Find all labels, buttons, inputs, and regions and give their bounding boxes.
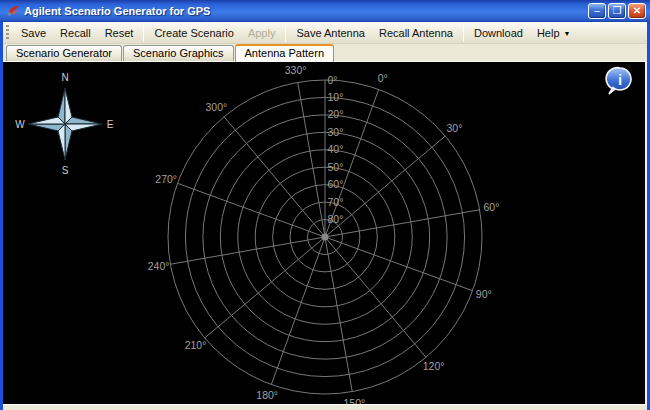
azimuth-label: 330° [285, 64, 307, 76]
azimuth-label: 60° [483, 201, 499, 213]
compass-east-label: E [107, 119, 114, 130]
toolbar-separator [463, 24, 464, 42]
azimuth-spoke [325, 237, 352, 392]
tab-strip: Scenario Generator Scenario Graphics Ant… [3, 44, 647, 61]
toolbar: Save Recall Reset Create Scenario Apply … [3, 22, 647, 44]
help-menu-button[interactable]: Help▼ [530, 24, 578, 42]
elevation-label: 0° [328, 74, 338, 86]
download-button[interactable]: Download [467, 24, 530, 42]
toolbar-grip-icon[interactable] [6, 25, 9, 41]
azimuth-spoke [170, 237, 325, 264]
azimuth-label: 240° [148, 260, 170, 272]
recall-button[interactable]: Recall [53, 24, 98, 42]
elevation-label: 30° [328, 126, 344, 138]
compass-west-label: W [15, 119, 25, 130]
compass-north-label: N [61, 72, 68, 83]
title-bar[interactable]: Agilent Scenario Generator for GPS – ❐ ✕ [0, 0, 650, 22]
toolbar-separator [285, 24, 286, 42]
compass-rose: N S W E [13, 68, 117, 178]
help-label: Help [537, 27, 560, 39]
azimuth-label: 180° [256, 389, 278, 401]
save-antenna-button[interactable]: Save Antenna [289, 24, 372, 42]
azimuth-label: 30° [447, 122, 463, 134]
save-button[interactable]: Save [14, 24, 53, 42]
window-title: Agilent Scenario Generator for GPS [24, 5, 588, 17]
compass-south-label: S [62, 165, 69, 176]
azimuth-label: 150° [343, 397, 365, 404]
elevation-label: 50° [328, 161, 344, 173]
azimuth-label: 210° [185, 339, 207, 351]
recall-antenna-button[interactable]: Recall Antenna [372, 24, 460, 42]
plot-center-dot [322, 234, 329, 241]
tab-scenario-graphics[interactable]: Scenario Graphics [123, 45, 234, 61]
tab-scenario-generator[interactable]: Scenario Generator [6, 45, 122, 61]
elevation-label: 10° [328, 91, 344, 103]
elevation-label: 20° [328, 108, 344, 120]
apply-button: Apply [241, 24, 283, 42]
azimuth-label: 0° [378, 72, 388, 84]
azimuth-label: 120° [423, 360, 445, 372]
azimuth-label: 270° [155, 173, 177, 185]
elevation-label: 40° [328, 143, 344, 155]
create-scenario-button[interactable]: Create Scenario [147, 24, 241, 42]
tab-antenna-pattern[interactable]: Antenna Pattern [235, 44, 335, 62]
antenna-pattern-panel: 0°30°60°90°120°150°180°210°240°270°300°3… [3, 61, 647, 404]
elevation-label: 60° [328, 178, 344, 190]
toolbar-separator [143, 24, 144, 42]
elevation-label: 70° [328, 196, 344, 208]
close-button[interactable]: ✕ [628, 3, 646, 19]
app-window: Agilent Scenario Generator for GPS – ❐ ✕… [0, 0, 650, 410]
elevation-label: 80° [328, 213, 344, 225]
azimuth-label: 300° [206, 101, 228, 113]
info-icon-glyph: i [618, 71, 622, 88]
app-logo-icon [6, 4, 20, 18]
window-resize-strip[interactable] [3, 404, 647, 410]
azimuth-spoke [325, 210, 480, 237]
maximize-button[interactable]: ❐ [608, 3, 626, 19]
dropdown-arrow-icon: ▼ [564, 30, 571, 37]
info-icon[interactable]: i [605, 66, 635, 98]
azimuth-spoke [298, 82, 325, 237]
azimuth-label: 90° [476, 288, 492, 300]
minimize-button[interactable]: – [588, 3, 606, 19]
reset-button[interactable]: Reset [98, 24, 141, 42]
